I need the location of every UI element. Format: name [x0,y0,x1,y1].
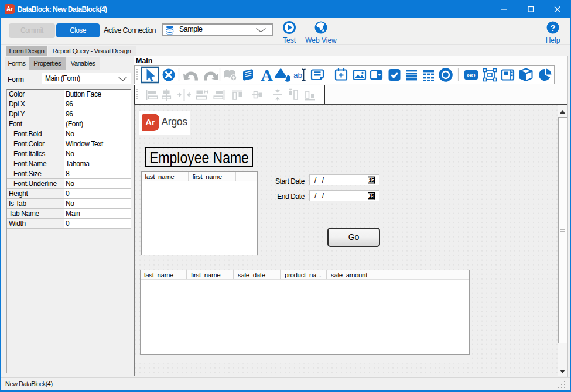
svg-text:ab: ab [293,71,302,80]
svg-text:A: A [261,66,273,84]
svg-text:GO: GO [467,73,475,78]
svg-text:15: 15 [369,193,374,199]
svg-text:?: ? [550,23,555,33]
svg-text:15: 15 [369,177,374,183]
